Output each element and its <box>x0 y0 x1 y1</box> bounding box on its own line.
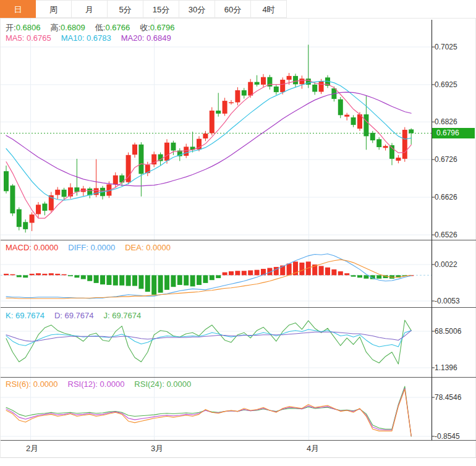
tab-30min[interactable]: 30分 <box>179 0 215 18</box>
chart-canvas[interactable] <box>1 19 476 459</box>
x-label-feb: 2月 <box>26 444 38 454</box>
tab-5min[interactable]: 5分 <box>108 0 143 18</box>
x-label-mar: 3月 <box>151 444 163 454</box>
tab-15min[interactable]: 15分 <box>143 0 179 18</box>
tab-4hour[interactable]: 4时 <box>251 0 287 18</box>
y-label-macd-1: 0.0022 <box>435 260 457 269</box>
y-label-kdj-1: 68.5006 <box>435 326 461 336</box>
trading-chart-app: 日 周 月 5分 15分 30分 60分 4时 开:0.6806 高:0.680… <box>0 0 476 466</box>
y-label-rsi-1: 78.4546 <box>435 392 461 402</box>
current-price-tag: 0.6796 <box>432 128 475 138</box>
y-label-kdj-2: 1.1396 <box>435 363 457 373</box>
y-label-main-1: 0.7025 <box>435 42 457 52</box>
tab-week[interactable]: 周 <box>36 0 72 18</box>
y-label-rsi-2: -0.8545 <box>435 431 460 441</box>
tab-60min[interactable]: 60分 <box>215 0 251 18</box>
y-label-main-6: 0.6526 <box>435 230 457 240</box>
timeframe-tabbar: 日 周 月 5分 15分 30分 60分 4时 <box>0 0 476 19</box>
x-label-apr: 4月 <box>307 444 319 454</box>
tab-month[interactable]: 月 <box>72 0 108 18</box>
y-label-main-5: 0.6626 <box>435 192 457 202</box>
y-label-macd-2: -0.0053 <box>435 296 460 306</box>
y-label-main-3: 0.6826 <box>435 117 457 127</box>
chart-area[interactable]: 开:0.6806 高:0.6809 低:0.6766 收:0.6796 MA5:… <box>0 19 476 458</box>
y-label-main-2: 0.6925 <box>435 80 457 90</box>
y-label-main-4: 0.6726 <box>435 155 457 164</box>
tab-day[interactable]: 日 <box>0 0 36 18</box>
